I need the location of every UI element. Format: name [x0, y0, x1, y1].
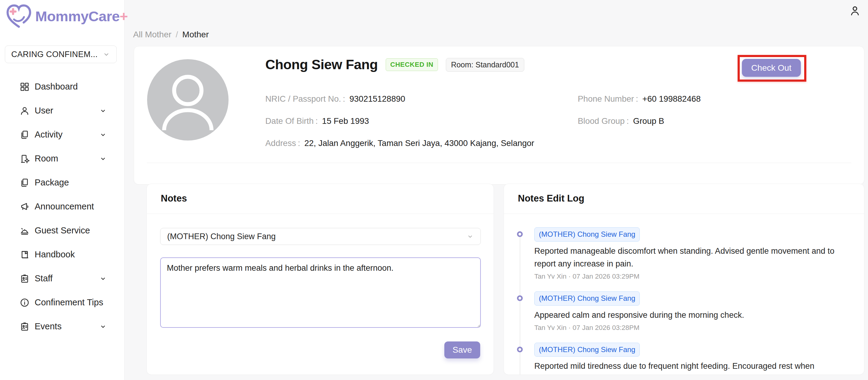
account-avatar-icon[interactable] [848, 4, 861, 17]
field-label: Blood Group [578, 116, 625, 126]
organization-selector-value: CARING CONFINEM... [11, 50, 98, 59]
field-blood-group: Blood Group:Group B [578, 110, 701, 132]
id-badge-icon [20, 273, 30, 284]
profile-card-divider [147, 163, 851, 163]
field-colon: : [315, 116, 318, 126]
field-colon: : [626, 116, 629, 126]
breadcrumb-all-mother[interactable]: All Mother [133, 30, 172, 39]
notes-card: Notes (MOTHER) Chong Siew Fang Mother pr… [147, 184, 494, 375]
chevron-down-icon [99, 323, 107, 330]
sidebar-item-activity[interactable]: Activity [0, 123, 124, 147]
notes-textarea[interactable]: Mother prefers warm meals and herbal dri… [160, 257, 481, 328]
sidebar-item-label: Announcement [35, 202, 94, 212]
field-colon: : [298, 138, 300, 148]
status-badge-checked-in: CHECKED IN [386, 58, 438, 71]
chevron-down-icon [102, 50, 110, 58]
sidebar-item-guest-service[interactable]: Guest Service [0, 218, 124, 243]
sidebar-item-confinement-tips[interactable]: Confinement Tips [0, 290, 124, 314]
sidebar-item-label: User [35, 106, 53, 116]
book-icon [20, 249, 30, 260]
timeline-bullet-icon [517, 295, 523, 301]
notes-title: Notes [161, 193, 187, 204]
profile-fields-right-column: Phone Number:+60 199882468 Blood Group:G… [578, 88, 701, 132]
sidebar-item-handbook[interactable]: Handbook [0, 243, 124, 267]
dashboard-grid-icon [20, 82, 30, 92]
notes-card-divider [147, 214, 494, 214]
field-label: Address [265, 138, 296, 148]
sidebar-item-label: Room [35, 153, 58, 164]
log-entry-meta: Tan Yv Xin · 07 Jan 2026 03:29PM [534, 273, 850, 280]
profile-fields-left-column: NRIC / Passport No.:930215128890 Date Of… [265, 88, 534, 154]
breadcrumb-current: Mother [182, 30, 209, 39]
timeline-bullet-icon [517, 231, 523, 237]
log-entry-text: Reported manageable discomfort when stan… [534, 245, 835, 270]
chevron-down-icon [99, 131, 107, 138]
chevron-down-icon [99, 107, 107, 114]
log-entry-tag: (MOTHER) Chong Siew Fang [534, 291, 640, 306]
log-entry: (MOTHER) Chong Siew Fang Reported mild t… [534, 343, 850, 373]
sidebar-item-label: Package [35, 178, 69, 187]
notes-edit-log-body: (MOTHER) Chong Siew Fang Reported manage… [504, 214, 864, 375]
sidebar-item-label: Activity [35, 130, 63, 140]
breadcrumb: All Mother / Mother [133, 30, 209, 39]
sidebar-item-label: Events [35, 321, 62, 332]
save-button[interactable]: Save [444, 341, 480, 358]
sidebar-nav: Dashboard User Activity Room Package Ann… [0, 75, 124, 338]
field-nric: NRIC / Passport No.:930215128890 [265, 88, 534, 110]
field-value: 22, Jalan Anggerik, Taman Seri Jaya, 430… [305, 138, 534, 148]
room-badge: Room: Standard001 [446, 58, 524, 72]
log-entry: (MOTHER) Chong Siew Fang Reported manage… [534, 227, 850, 280]
heart-hand-logo-icon [5, 2, 33, 30]
log-entry-tag: (MOTHER) Chong Siew Fang [534, 227, 640, 242]
field-label: NRIC / Passport No. [265, 94, 341, 104]
clipboard-icon [20, 130, 30, 140]
brand-plus: + [120, 8, 128, 24]
sidebar-item-label: Dashboard [35, 82, 78, 92]
profile-avatar [147, 59, 228, 141]
sidebar-item-staff[interactable]: Staff [0, 267, 124, 290]
sidebar-item-events[interactable]: Events [0, 314, 124, 338]
field-label: Date Of Birth [265, 116, 314, 126]
log-entry-text: Reported mild tiredness due to frequent … [534, 360, 835, 372]
field-colon: : [343, 94, 345, 104]
brand-logo: MommyCare+ [5, 2, 128, 30]
sidebar-item-label: Guest Service [35, 226, 90, 236]
field-date-of-birth: Date Of Birth:15 Feb 1993 [265, 110, 534, 132]
sidebar-item-dashboard[interactable]: Dashboard [0, 75, 124, 99]
sidebar-item-label: Staff [35, 273, 53, 283]
timeline-bullet-icon [517, 347, 523, 352]
sidebar-item-user[interactable]: User [0, 99, 124, 123]
user-icon [20, 106, 30, 116]
service-bell-icon [20, 226, 30, 236]
notes-edit-log-card: Notes Edit Log (MOTHER) Chong Siew Fang … [504, 184, 864, 375]
notes-person-select[interactable]: (MOTHER) Chong Siew Fang [160, 228, 481, 245]
page-title-mother-name: Chong Siew Fang [265, 57, 378, 73]
brand-name: MommyCare+ [35, 8, 128, 25]
sidebar-item-label: Handbook [35, 249, 75, 260]
chevron-down-icon [467, 233, 474, 240]
breadcrumb-separator: / [176, 30, 178, 39]
door-gear-icon [20, 153, 30, 164]
mother-profile-card: Chong Siew Fang CHECKED IN Room: Standar… [134, 46, 864, 184]
field-address: Address:22, Jalan Anggerik, Taman Seri J… [265, 132, 534, 154]
organization-selector[interactable]: CARING CONFINEM... [5, 45, 117, 63]
sidebar-item-announcement[interactable]: Announcement [0, 195, 124, 218]
field-phone-number: Phone Number:+60 199882468 [578, 88, 701, 110]
sidebar: MommyCare+ CARING CONFINEM... Dashboard … [0, 0, 125, 380]
megaphone-icon [20, 202, 30, 212]
notes-person-select-value: (MOTHER) Chong Siew Fang [167, 232, 276, 241]
sidebar-item-package[interactable]: Package [0, 171, 124, 195]
field-value: 15 Feb 1993 [322, 116, 369, 126]
field-value: +60 199882468 [643, 94, 701, 104]
clipboard-icon [20, 178, 30, 188]
field-value: 930215128890 [349, 94, 405, 104]
profile-header: Chong Siew Fang CHECKED IN Room: Standar… [265, 57, 524, 73]
sidebar-item-room[interactable]: Room [0, 147, 124, 171]
info-icon [20, 298, 30, 308]
chevron-down-icon [99, 155, 107, 162]
log-entry-tag: (MOTHER) Chong Siew Fang [534, 343, 640, 357]
chevron-down-icon [99, 275, 107, 282]
id-badge-icon [20, 321, 30, 332]
check-out-button[interactable]: Check Out [742, 59, 801, 77]
field-value: Group B [633, 116, 664, 126]
